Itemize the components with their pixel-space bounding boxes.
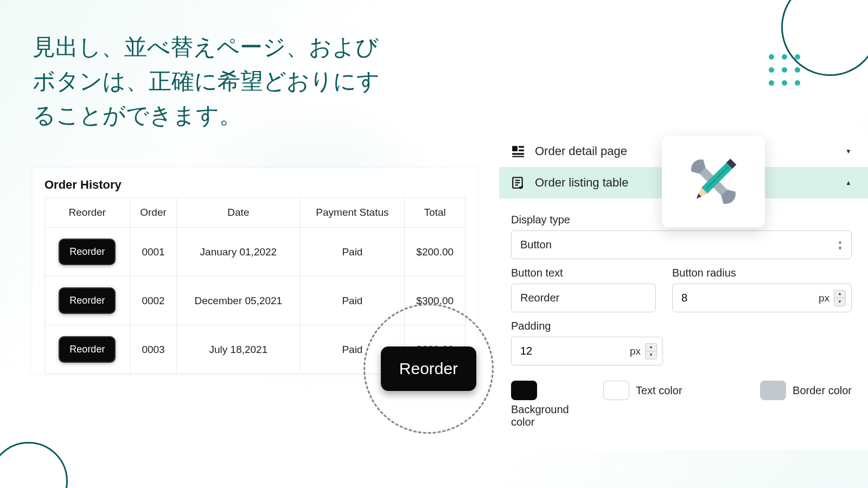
col-reorder: Reorder	[45, 198, 130, 228]
table-header-row: Reorder Order Date Payment Status Total	[45, 198, 465, 228]
cell-date: January 01,2022	[177, 228, 300, 277]
button-radius-label: Button radius	[672, 267, 852, 279]
svg-rect-2	[519, 150, 524, 151]
col-payment-status: Payment Status	[300, 198, 405, 228]
reorder-button[interactable]: Reorder	[59, 239, 116, 265]
nav-label: Order listing table	[535, 176, 628, 190]
nav-label: Order detail page	[535, 144, 627, 158]
cell-order: 0002	[130, 277, 177, 325]
padding-input-wrap: px ▲ ▼	[511, 337, 663, 365]
cell-total: $200.00	[405, 228, 465, 277]
chevron-up-icon: ▲	[845, 179, 852, 187]
spinner-up-button[interactable]: ▲	[646, 344, 656, 351]
background-color-item: Background color	[511, 381, 576, 428]
background-color-swatch[interactable]	[511, 381, 537, 400]
button-text-label: Button text	[511, 267, 656, 279]
border-color-swatch[interactable]	[760, 381, 786, 400]
table-row: Reorder 0001 January 01,2022 Paid $200.0…	[45, 228, 465, 277]
page-heading: 見出し、並べ替えページ、およびボタンは、正確に希望どおりにすることができます。	[33, 30, 380, 132]
padding-label: Padding	[511, 320, 663, 332]
svg-rect-4	[512, 156, 524, 157]
col-order: Order	[130, 198, 177, 228]
col-total: Total	[405, 198, 465, 228]
cell-date: July 18,2021	[177, 325, 300, 374]
svg-rect-0	[512, 146, 518, 151]
background-color-label: Background color	[511, 403, 576, 428]
text-color-swatch[interactable]	[603, 381, 629, 400]
spinner-up-button[interactable]: ▲	[834, 291, 845, 298]
color-row: Background color Text color Border color	[511, 381, 852, 428]
text-color-item: Text color	[603, 381, 682, 400]
spinner-down-button[interactable]: ▼	[834, 298, 845, 306]
cell-status: Paid	[300, 228, 405, 277]
order-history-title: Order History	[44, 178, 465, 192]
radius-spinner: ▲ ▼	[834, 290, 846, 306]
chevron-down-icon: ▼	[845, 147, 852, 155]
tools-card	[662, 136, 765, 228]
cell-date: December 05,2021	[177, 277, 300, 325]
reorder-button[interactable]: Reorder	[59, 287, 116, 314]
detail-page-icon	[511, 144, 525, 158]
button-text-input[interactable]	[511, 284, 656, 312]
svg-rect-3	[512, 153, 524, 155]
zoom-reorder-button[interactable]: Reorder	[381, 346, 476, 391]
unit-label: px	[819, 292, 829, 304]
button-radius-input-wrap: px ▲ ▼	[672, 284, 852, 312]
text-color-label: Text color	[636, 384, 682, 397]
panel-body: Display type Button ▲▼ Button text Butto…	[499, 198, 868, 428]
spinner-down-button[interactable]: ▼	[646, 351, 656, 359]
padding-spinner: ▲ ▼	[645, 343, 657, 359]
col-date: Date	[177, 198, 300, 228]
button-radius-input[interactable]	[681, 284, 819, 312]
decoration-circle-bottom-left	[0, 442, 68, 488]
cell-order: 0001	[130, 228, 177, 277]
select-caret-icon: ▲▼	[838, 239, 843, 251]
zoom-highlight-circle: Reorder	[363, 304, 494, 434]
svg-rect-1	[519, 146, 524, 147]
unit-label: px	[630, 345, 641, 357]
padding-input[interactable]	[520, 337, 630, 365]
cell-order: 0003	[130, 325, 177, 374]
reorder-button[interactable]: Reorder	[59, 336, 116, 363]
decoration-dot-grid	[769, 54, 800, 86]
wrench-pencil-icon	[678, 146, 749, 217]
border-color-item: Border color	[760, 381, 852, 400]
display-type-select[interactable]: Button ▲▼	[511, 230, 852, 259]
listing-table-icon	[511, 176, 525, 190]
select-value: Button	[520, 239, 552, 251]
border-color-label: Border color	[793, 384, 852, 397]
